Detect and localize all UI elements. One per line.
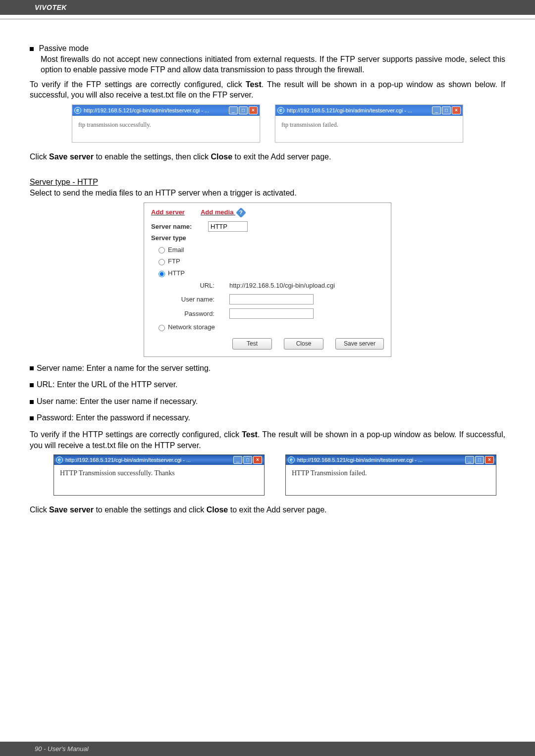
dialog-buttons: Test Close Save server [151, 338, 384, 349]
passive-mode-title: Passive mode [39, 44, 89, 52]
username-row: User name: [175, 294, 384, 304]
server-name-row: Server name: [151, 221, 384, 232]
tab-add-media-wrap[interactable]: Add media ? [201, 208, 245, 217]
bullet-password: Password: Enter the password if necessar… [30, 412, 505, 423]
window-buttons: _ □ × [233, 456, 262, 464]
minimize-icon[interactable]: _ [465, 456, 474, 464]
close-icon[interactable]: × [253, 456, 262, 464]
popup-titlebar: http://192.168.5.121/cgi-bin/admin/tests… [54, 455, 264, 465]
brand-name: VIVOTEK [35, 3, 67, 11]
minimize-icon[interactable]: _ [432, 106, 441, 114]
ftp-verify-text: To verify if the FTP settings are correc… [30, 79, 505, 101]
popup-title: http://192.168.5.121/cgi-bin/admin/tests… [65, 456, 233, 464]
http-fail-popup: http://192.168.5.121/cgi-bin/admin/tests… [285, 454, 496, 496]
radio-email-label: Email [168, 246, 184, 254]
username-input[interactable] [229, 294, 314, 304]
close-icon[interactable]: × [249, 106, 258, 114]
popup-body: ftp transmission failed. [275, 116, 463, 142]
radio-netstorage[interactable] [159, 325, 165, 331]
username-label: User name: [175, 295, 229, 304]
radio-http-label: HTTP [168, 269, 185, 278]
minimize-icon[interactable]: _ [233, 456, 242, 464]
radio-ftp-label: FTP [168, 257, 180, 266]
window-buttons: _ □ × [229, 106, 258, 114]
tab-add-server[interactable]: Add server [151, 208, 185, 217]
popup-title: http://192.168.5.121/cgi-bin/admin/tests… [287, 107, 432, 114]
popup-titlebar: http://192.168.5.121/cgi-bin/admin/tests… [286, 455, 496, 465]
url-value: http://192.168.5.10/cgi-bin/upload.cgi [229, 281, 358, 290]
page-footer: 90 - User's Manual [0, 742, 535, 756]
bullet-icon [30, 400, 34, 404]
ie-icon [74, 107, 81, 114]
server-type-http-desc: Select to send the media files to an HTT… [30, 188, 505, 199]
popup-body: ftp transmission successfully. [72, 116, 260, 142]
maximize-icon[interactable]: □ [243, 456, 252, 464]
maximize-icon[interactable]: □ [475, 456, 484, 464]
minimize-icon[interactable]: _ [229, 106, 238, 114]
popup-body: HTTP Transmission successfully. Thanks [54, 465, 264, 495]
bullet-server-name: Server name: Enter a name for the server… [30, 363, 505, 374]
radio-email[interactable] [159, 247, 165, 253]
help-icon[interactable]: ? [236, 207, 246, 218]
radio-http[interactable] [159, 271, 165, 277]
bullet-icon [30, 366, 34, 370]
popup-titlebar: http://192.168.5.121/cgi-bin/admin/tests… [72, 105, 260, 116]
password-row: Password: [175, 308, 384, 319]
ftp-success-popup: http://192.168.5.121/cgi-bin/admin/tests… [72, 104, 260, 143]
radio-netstorage-row[interactable]: Network storage [156, 323, 384, 332]
save-server-line2: Click Save server to enable the settings… [30, 504, 505, 515]
window-buttons: _ □ × [432, 106, 461, 114]
popup-body: HTTP Transmission failed. [286, 465, 496, 495]
popup-title: http://192.168.5.121/cgi-bin/admin/tests… [84, 107, 229, 114]
server-type-radios: Email FTP HTTP [151, 246, 384, 278]
url-row: URL: http://192.168.5.10/cgi-bin/upload.… [175, 281, 384, 290]
window-buttons: _ □ × [465, 456, 494, 464]
bullet-icon [30, 383, 34, 387]
radio-email-row[interactable]: Email [156, 246, 384, 254]
radio-http-row[interactable]: HTTP [156, 269, 384, 278]
tab-add-media[interactable]: Add media [201, 208, 233, 216]
close-icon[interactable]: × [485, 456, 494, 464]
server-type-http-head: Server type - HTTP [30, 177, 505, 188]
bullet-username: User name: Enter the user name if necess… [30, 396, 505, 407]
radio-ftp-row[interactable]: FTP [156, 257, 384, 266]
manual-page: VIVOTEK Passive mode Most firewalls do n… [0, 0, 535, 756]
ie-icon [288, 456, 295, 463]
save-server-button[interactable]: Save server [335, 338, 384, 349]
http-popup-row: http://192.168.5.121/cgi-bin/admin/tests… [54, 454, 505, 496]
passive-mode-desc: Most firewalls do not accept new connect… [41, 54, 505, 75]
http-fields: URL: http://192.168.5.10/cgi-bin/upload.… [175, 281, 384, 319]
server-name-input[interactable] [208, 221, 248, 232]
close-button[interactable]: Close [284, 338, 323, 349]
popup-title: http://192.168.5.121/cgi-bin/admin/tests… [297, 456, 465, 464]
maximize-icon[interactable]: □ [239, 106, 248, 114]
radio-netstorage-label: Network storage [168, 323, 215, 332]
bullet-icon [30, 47, 34, 51]
ie-icon [277, 107, 284, 114]
test-button[interactable]: Test [232, 338, 272, 349]
password-input[interactable] [229, 308, 314, 319]
bullet-icon [30, 416, 34, 420]
add-server-dialog: Add server Add media ? Server name: Serv… [144, 202, 391, 357]
footer-text: 90 - User's Manual [35, 745, 89, 753]
brand-header: VIVOTEK [0, 0, 535, 15]
password-label: Password: [175, 309, 229, 318]
ftp-fail-popup: http://192.168.5.121/cgi-bin/admin/tests… [275, 104, 463, 143]
passive-mode-block: Passive mode Most firewalls do not accep… [30, 43, 505, 75]
bullet-url: URL: Enter the URL of the HTTP server. [30, 379, 505, 390]
ftp-popup-row: http://192.168.5.121/cgi-bin/admin/tests… [30, 104, 505, 143]
server-type-row: Server type [151, 234, 384, 243]
maximize-icon[interactable]: □ [442, 106, 451, 114]
ie-icon [56, 456, 63, 463]
close-icon[interactable]: × [452, 106, 461, 114]
popup-titlebar: http://192.168.5.121/cgi-bin/admin/tests… [275, 105, 463, 116]
dialog-tabs: Add server Add media ? [151, 208, 384, 217]
page-content: Passive mode Most firewalls do not accep… [0, 19, 535, 515]
server-name-label: Server name: [151, 222, 208, 231]
http-success-popup: http://192.168.5.121/cgi-bin/admin/tests… [54, 454, 265, 496]
server-type-label: Server type [151, 234, 208, 243]
save-server-line1: Click Save server to enable the settings… [30, 151, 505, 162]
radio-ftp[interactable] [159, 259, 165, 265]
http-verify-text: To verify if the HTTP settings are corre… [30, 429, 505, 451]
radio-netstorage-row-wrap: Network storage [151, 323, 384, 332]
